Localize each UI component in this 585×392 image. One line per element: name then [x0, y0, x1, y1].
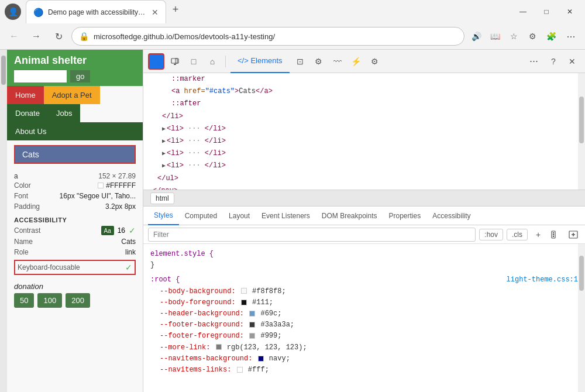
styles-scrollbar[interactable] [578, 244, 585, 392]
css-root-rule[interactable]: :root { light-theme.css:1 [150, 274, 578, 286]
css-prop-navitems-bg: --navitems-background: [150, 355, 252, 363]
css-body-bg[interactable]: --body-background: #f8f8f8; [150, 286, 578, 297]
css-body-fg[interactable]: --body-foreground: #111; [150, 297, 578, 308]
event-listeners-tab[interactable]: Event Listeners [256, 207, 316, 225]
styles-tab[interactable]: Styles [148, 207, 179, 225]
layout-tab[interactable]: Layout [223, 207, 256, 225]
inspect-element-button[interactable] [148, 53, 164, 70]
add-style-rule-button[interactable]: + [531, 228, 545, 242]
donation-200-button[interactable]: 200 [66, 293, 90, 308]
css-more-link[interactable]: --more-link: rgb(123, 123, 123); [150, 342, 578, 353]
donation-100-button[interactable]: 100 [37, 293, 62, 308]
css-navitems-bg[interactable]: --navitems-background: navy; [150, 353, 578, 365]
filter-input[interactable] [148, 228, 476, 242]
accessibility-tab[interactable]: Accessibility [426, 207, 476, 225]
add-favorites-button[interactable]: ☆ [505, 28, 522, 44]
new-style-rule-button[interactable] [566, 228, 580, 242]
css-swatch-navitems-links[interactable] [237, 367, 243, 373]
code-href-val: "#cats" [205, 87, 235, 95]
search-input[interactable] [14, 70, 67, 82]
code-line-6[interactable]: ▶<li> ··· </li> [143, 135, 585, 147]
webpage-scrollbar[interactable] [0, 50, 7, 392]
dom-breakpoints-tab[interactable]: DOM Breakpoints [316, 207, 383, 225]
browser-menu-button[interactable]: ··· [562, 27, 580, 46]
back-button[interactable]: ← [5, 27, 23, 46]
nav-about[interactable]: About Us [7, 122, 143, 140]
code-line-5[interactable]: ▶<li> ··· </li> [143, 123, 585, 135]
triangle-icon-5[interactable]: ▶ [162, 126, 166, 132]
nav-adopt[interactable]: Adopt a Pet [44, 86, 100, 104]
code-line-7[interactable]: ▶<li> ··· </li> [143, 147, 585, 160]
minimize-button[interactable]: — [512, 4, 534, 20]
code-line-9[interactable]: </ul> [143, 173, 585, 185]
styles-scrollbar-thumb [579, 256, 584, 291]
css-swatch-header-bg[interactable] [249, 311, 255, 317]
performance-tab[interactable]: ⚡ [348, 53, 364, 70]
code-line-1[interactable]: ::marker [143, 73, 585, 85]
settings-tab[interactable]: ⚙ [367, 53, 383, 70]
css-swatch-body-fg[interactable] [241, 300, 247, 305]
new-tab-button[interactable]: + [166, 0, 185, 19]
console-tab[interactable]: ⊡ [292, 53, 308, 70]
filter-hov-button[interactable]: :hov [479, 229, 503, 240]
css-swatch-footer-bg[interactable] [249, 322, 255, 328]
code-line-3[interactable]: ::after [143, 98, 585, 110]
inspect-icon [152, 57, 161, 66]
css-swatch-navitems-bg[interactable] [258, 356, 264, 362]
css-navitems-links[interactable]: --navitems-links: #fff; [150, 365, 578, 376]
html-breadcrumb[interactable]: html [150, 192, 174, 204]
triangle-icon-6[interactable]: ▶ [162, 138, 166, 145]
computed-tab[interactable]: Computed [179, 207, 223, 225]
donation-50-button[interactable]: 50 [14, 293, 34, 308]
read-aloud-button[interactable]: 🔊 [468, 28, 484, 44]
sources-tab[interactable]: ⚙ [311, 53, 327, 70]
css-link-light-theme[interactable]: light-theme.css:1 [507, 274, 578, 286]
css-swatch-more-link[interactable] [216, 344, 222, 350]
maximize-button[interactable]: □ [536, 4, 557, 20]
tab-close-button[interactable]: ✕ [152, 8, 159, 17]
contrast-row: Contrast Aa 16 ✓ [14, 225, 136, 236]
code-line-10[interactable]: </nav> [143, 185, 585, 190]
nav-home[interactable]: Home [7, 86, 44, 104]
css-swatch-footer-fg[interactable] [249, 333, 255, 339]
code-line-8[interactable]: ▶<li> ··· </li> [143, 160, 585, 172]
css-header-bg[interactable]: --header-background: #69c; [150, 308, 578, 319]
code-scrollbar[interactable] [578, 73, 585, 190]
css-swatch-body-bg[interactable] [241, 288, 247, 294]
home-button[interactable]: ⌂ [204, 53, 221, 70]
selected-element-box[interactable]: Cats [14, 145, 136, 164]
close-devtools-button[interactable]: ✕ [564, 53, 580, 70]
url-bar[interactable]: 🔒 microsoftedge.github.io/Demos/devtools… [71, 27, 464, 46]
forward-button[interactable]: → [27, 27, 46, 46]
toggle-element-state-button[interactable] [549, 228, 563, 242]
device-toolbar-button[interactable] [167, 53, 183, 70]
nav-jobs[interactable]: Jobs [48, 104, 80, 122]
properties-tab[interactable]: Properties [383, 207, 427, 225]
css-element-style[interactable]: element.style { [150, 249, 578, 260]
close-button[interactable]: ✕ [559, 4, 580, 20]
webpage-content: Animal shelter go Home Adopt a Pet Donat… [7, 50, 143, 311]
active-tab[interactable]: 🔵 Demo page with accessibility iss ✕ [26, 0, 166, 23]
user-avatar[interactable]: 👤 [5, 4, 21, 20]
immersive-reader-button[interactable]: 📖 [487, 28, 503, 44]
filter-cls-button[interactable]: .cls [507, 229, 528, 240]
nav-donate[interactable]: Donate [7, 104, 48, 122]
help-button[interactable]: ? [545, 53, 562, 70]
collections-button[interactable]: ⚙ [524, 28, 541, 44]
triangle-icon-8[interactable]: ▶ [162, 163, 166, 169]
css-footer-fg[interactable]: --footer-foreground: #999; [150, 331, 578, 342]
css-val-more-link: rgb(123, 123, 123); [227, 343, 307, 352]
elements-tab[interactable]: </> Elements [230, 50, 290, 73]
search-button[interactable]: go [70, 70, 90, 82]
triangle-icon-7[interactable]: ▶ [162, 150, 166, 157]
network-tab[interactable]: 〰 [329, 53, 346, 70]
more-tabs-button[interactable]: ··· [525, 55, 543, 67]
code-line-2[interactable]: <a href="#cats">Cats</a> [143, 85, 585, 98]
refresh-button[interactable]: ↻ [49, 27, 68, 46]
extensions-button[interactable]: 🧩 [543, 28, 559, 44]
tab-edge-icon: 🔵 [33, 8, 43, 17]
css-footer-bg[interactable]: --footer-background: #3a3a3a; [150, 319, 578, 331]
sidebar-button[interactable]: □ [185, 53, 202, 70]
address-bar: ← → ↻ 🔒 microsoftedge.github.io/Demos/de… [0, 23, 585, 49]
code-line-4[interactable]: </li> [143, 111, 585, 123]
